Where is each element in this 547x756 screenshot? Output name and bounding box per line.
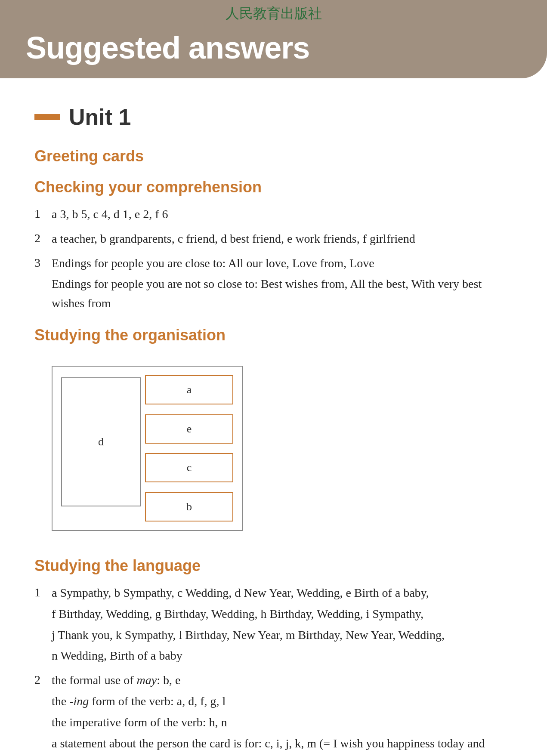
- greeting-cards-section: Greeting cards Checking your comprehensi…: [34, 147, 513, 756]
- diagram-outer: d a e c b: [61, 375, 233, 521]
- chinese-publisher-title: 人民教育出版社: [226, 4, 322, 23]
- diagram-e-label: e: [187, 423, 192, 435]
- diagram-right-column: a e c b: [145, 375, 233, 521]
- diagram-left-box: d: [61, 377, 141, 506]
- diagram-c-label: c: [187, 461, 192, 474]
- item-number: 2: [34, 229, 52, 249]
- item-content: a 3, b 5, c 4, d 1, e 2, f 6: [52, 205, 513, 224]
- diagram-box-a: a: [145, 375, 233, 404]
- list-item: 3 Endings for people you are close to: A…: [34, 254, 513, 313]
- checking-comprehension-heading: Checking your comprehension: [34, 178, 513, 196]
- item-content: a Sympathy, b Sympathy, c Wedding, d New…: [52, 583, 513, 666]
- item-content: the formal use of may: b, e the -ing for…: [52, 671, 513, 756]
- list-item: 2 a teacher, b grandparents, c friend, d…: [34, 229, 513, 249]
- content-area: Unit 1 Greeting cards Checking your comp…: [0, 78, 547, 756]
- studying-language-subsection: Studying the language 1 a Sympathy, b Sy…: [34, 557, 513, 756]
- studying-organisation-heading: Studying the organisation: [34, 326, 513, 344]
- diagram-b-label: b: [186, 500, 192, 513]
- header-bar: 人民教育出版社 Suggested answers: [0, 0, 547, 78]
- diagram-box-e: e: [145, 414, 233, 444]
- diagram-box-b: b: [145, 492, 233, 521]
- language-list: 1 a Sympathy, b Sympathy, c Wedding, d N…: [34, 583, 513, 756]
- main-title: Suggested answers: [26, 30, 521, 65]
- list-item: 1 a Sympathy, b Sympathy, c Wedding, d N…: [34, 583, 513, 666]
- comprehension-list: 1 a 3, b 5, c 4, d 1, e 2, f 6 2 a teach…: [34, 205, 513, 313]
- studying-language-heading: Studying the language: [34, 557, 513, 575]
- unit-header: Unit 1: [34, 104, 513, 130]
- diagram-a-label: a: [187, 383, 192, 396]
- list-item: 1 a 3, b 5, c 4, d 1, e 2, f 6: [34, 205, 513, 224]
- unit-bar-decoration: [34, 114, 60, 120]
- unit-title: Unit 1: [69, 104, 131, 130]
- checking-comprehension-subsection: Checking your comprehension 1 a 3, b 5, …: [34, 178, 513, 313]
- diagram-d-label: d: [98, 435, 104, 448]
- item-content: Endings for people you are close to: All…: [52, 254, 513, 313]
- diagram-container: d a e c b: [52, 366, 243, 531]
- studying-organisation-subsection: Studying the organisation d a e: [34, 326, 513, 544]
- item-number: 3: [34, 254, 52, 313]
- diagram-box-c: c: [145, 453, 233, 482]
- item-number: 1: [34, 205, 52, 224]
- item-content: a teacher, b grandparents, c friend, d b…: [52, 229, 513, 249]
- greeting-cards-heading: Greeting cards: [34, 147, 513, 165]
- item-number: 2: [34, 671, 52, 756]
- item-number: 1: [34, 583, 52, 666]
- list-item: 2 the formal use of may: b, e the -ing f…: [34, 671, 513, 756]
